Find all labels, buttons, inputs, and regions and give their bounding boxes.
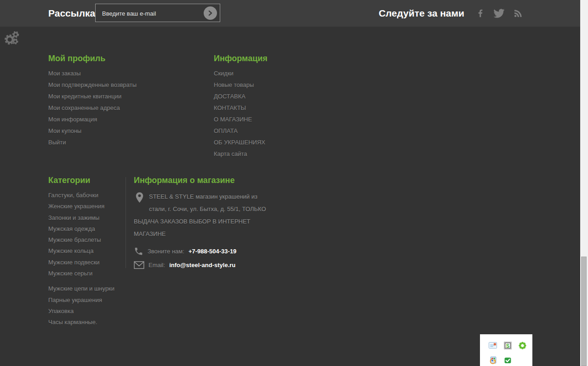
rss-icon[interactable] bbox=[513, 8, 524, 19]
link-merchandise-returns[interactable]: Мои подтвержденные возвраты bbox=[48, 81, 137, 88]
link-payment[interactable]: ОПЛАТА bbox=[214, 127, 238, 134]
newsletter-title: Рассылка bbox=[48, 0, 95, 27]
store-email-row: Email: info@steel-and-style.ru bbox=[134, 261, 274, 269]
link-cat-pocket-watches[interactable]: Часы карманные. bbox=[48, 319, 97, 326]
categories-links-group1: Галстуки, бабочки Женские украшения Запо… bbox=[48, 189, 122, 279]
link-credit-slips[interactable]: Мои кредитные квитанции bbox=[48, 93, 121, 100]
link-cat-pair-jewelry[interactable]: Парные украшения bbox=[48, 297, 102, 303]
information-title: Информация bbox=[214, 54, 370, 63]
link-about-store[interactable]: О МАГАЗИНЕ bbox=[214, 116, 252, 123]
link-cat-packaging[interactable]: Упаковка bbox=[48, 308, 74, 315]
phone-icon bbox=[134, 246, 143, 256]
follow-us-title: Следуйте за нами bbox=[379, 8, 464, 19]
follow-us-block: Следуйте за нами bbox=[379, 0, 524, 27]
link-sitemap[interactable]: Карта сайта bbox=[214, 150, 247, 157]
link-discounts[interactable]: Скидки bbox=[214, 70, 234, 77]
link-sign-out[interactable]: Выйти bbox=[48, 139, 66, 146]
messenger-icons-grid: S bbox=[480, 334, 532, 366]
link-my-orders[interactable]: Мои заказы bbox=[48, 70, 81, 77]
icq-flower-icon[interactable] bbox=[515, 338, 530, 353]
link-cat-mens-clothes[interactable]: Мужская одежда bbox=[48, 225, 95, 232]
link-cat-ties[interactable]: Галстуки, бабочки bbox=[48, 192, 98, 199]
newsletter-email-input[interactable] bbox=[101, 4, 195, 23]
profile-column: Мой профиль Мои заказы Мои подтвержденны… bbox=[48, 54, 205, 148]
profile-title: Мой профиль bbox=[48, 54, 205, 63]
email-letter-icon[interactable] bbox=[485, 338, 500, 353]
gears-icon[interactable] bbox=[3, 29, 21, 48]
link-cat-mens-earrings[interactable]: Мужские серьги bbox=[48, 270, 92, 277]
store-info-title: Информация о магазине bbox=[134, 176, 274, 185]
location-pin-icon bbox=[136, 192, 143, 207]
link-cat-mens-bracelets[interactable]: Мужские браслеты bbox=[48, 236, 101, 243]
msn-messenger-icon[interactable] bbox=[485, 353, 500, 366]
link-vouchers[interactable]: Мои купоны bbox=[48, 127, 81, 134]
phone-number: +7-988-504-33-19 bbox=[188, 248, 236, 255]
information-column: Информация Скидки Новые товары ДОСТАВКА … bbox=[214, 54, 370, 160]
store-address-text: STEEL & STYLE магазин украшений из стали… bbox=[134, 193, 266, 237]
link-addresses[interactable]: Мои сохраненные адреса bbox=[48, 104, 120, 111]
store-info-column: Информация о магазине STEEL & STYLE мага… bbox=[134, 176, 274, 269]
link-cat-mens-pendants[interactable]: Мужские подвески bbox=[48, 259, 100, 266]
vertical-scrollbar-thumb[interactable] bbox=[581, 257, 587, 366]
link-cat-mens-chains[interactable]: Мужские цепи и шнурки bbox=[48, 285, 114, 292]
link-new-products[interactable]: Новые товары bbox=[214, 81, 254, 88]
link-cat-mens-rings[interactable]: Мужские кольца bbox=[48, 247, 93, 254]
phone-label: Звоните нам: bbox=[148, 248, 184, 255]
categories-title: Категории bbox=[48, 176, 122, 185]
profile-links: Мои заказы Мои подтвержденные возвраты М… bbox=[48, 68, 205, 148]
newsletter-submit-button[interactable] bbox=[204, 6, 217, 20]
link-about-jewelry[interactable]: ОБ УКРАШЕНИЯХ bbox=[214, 139, 265, 146]
link-cat-womens-jewelry[interactable]: Женские украшения bbox=[48, 203, 104, 210]
email-label: Email: bbox=[148, 262, 165, 269]
categories-column: Категории Галстуки, бабочки Женские укра… bbox=[48, 176, 122, 328]
link-delivery[interactable]: ДОСТАВКА bbox=[214, 93, 245, 100]
arrow-right-icon bbox=[207, 10, 214, 17]
footer-page: Рассылка Следуйте за нами bbox=[0, 0, 588, 366]
messenger-panel: S bbox=[480, 334, 532, 366]
agent-check-icon[interactable] bbox=[500, 353, 515, 366]
vertical-scrollbar-track[interactable] bbox=[580, 0, 588, 366]
store-address: STEEL & STYLE магазин украшений из стали… bbox=[134, 190, 274, 240]
column-divider bbox=[126, 177, 126, 268]
link-cat-cufflinks[interactable]: Запонки и зажимы bbox=[48, 214, 99, 221]
facebook-icon[interactable] bbox=[475, 7, 485, 19]
envelope-icon bbox=[134, 261, 144, 269]
twitter-icon[interactable] bbox=[493, 8, 505, 19]
information-links: Скидки Новые товары ДОСТАВКА КОНТАКТЫ О … bbox=[214, 68, 370, 160]
email-address-link[interactable]: info@steel-and-style.ru bbox=[169, 262, 235, 269]
newsletter-form bbox=[95, 4, 220, 22]
categories-links-group2: Мужские цепи и шнурки Парные украшения У… bbox=[48, 283, 122, 327]
svg-text:S: S bbox=[506, 343, 509, 348]
newsletter-bar: Рассылка Следуйте за нами bbox=[0, 0, 588, 27]
store-phone-row: Звоните нам: +7-988-504-33-19 bbox=[134, 246, 274, 256]
link-personal-info[interactable]: Моя информация bbox=[48, 116, 97, 123]
s-badge-icon[interactable]: S bbox=[500, 338, 515, 353]
link-contacts[interactable]: КОНТАКТЫ bbox=[214, 104, 246, 111]
